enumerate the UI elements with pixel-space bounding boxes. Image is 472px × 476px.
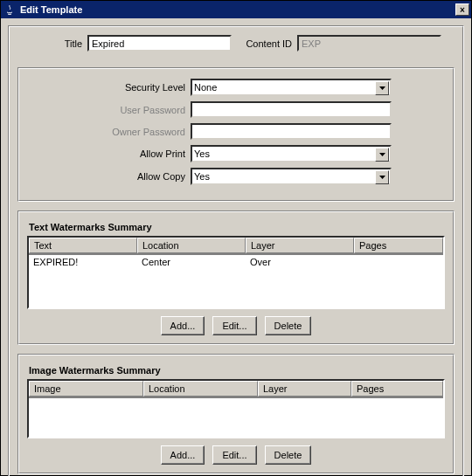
cell-location: Center <box>137 255 246 269</box>
image-watermarks-section: Image Watermarks Summary Image Location … <box>17 354 455 474</box>
contentid-input <box>297 35 441 52</box>
owner-password-input[interactable] <box>191 123 392 140</box>
allow-copy-select[interactable]: Yes <box>191 168 392 185</box>
contentid-label: Content ID <box>236 38 297 49</box>
allow-copy-value: Yes <box>194 171 210 182</box>
text-add-button[interactable]: Add... <box>161 316 205 335</box>
col-pages[interactable]: Pages <box>354 238 443 253</box>
col-text[interactable]: Text <box>29 238 137 253</box>
main-group: Title Content ID Security Level None <box>8 25 464 476</box>
allow-copy-label: Allow Copy <box>29 171 191 182</box>
security-group: Security Level None User Password Owner … <box>17 67 455 202</box>
image-watermarks-table: Image Location Layer Pages <box>27 379 445 438</box>
allow-print-value: Yes <box>194 148 210 159</box>
col-layer[interactable]: Layer <box>258 381 351 397</box>
cell-text: EXPIRED! <box>29 255 137 269</box>
title-label: Title <box>17 38 87 49</box>
col-layer[interactable]: Layer <box>246 238 354 253</box>
text-watermarks-heading: Text Watermarks Summary <box>29 222 445 232</box>
chevron-down-icon <box>375 170 389 184</box>
dialog-window: Edit Template × Title Content ID Securit… <box>0 0 472 476</box>
image-watermarks-heading: Image Watermarks Summary <box>29 365 445 376</box>
security-level-value: None <box>194 82 217 93</box>
table-header: Image Location Layer Pages <box>29 381 443 397</box>
java-icon <box>3 3 17 17</box>
text-delete-button[interactable]: Delete <box>265 316 312 335</box>
title-input[interactable] <box>87 35 232 52</box>
cell-pages <box>354 255 443 269</box>
text-edit-button[interactable]: Edit... <box>212 316 256 335</box>
text-watermarks-table: Text Location Layer Pages EXPIRED! Cente… <box>27 236 445 309</box>
titlebar: Edit Template × <box>1 1 471 18</box>
text-watermarks-section: Text Watermarks Summary Text Location La… <box>17 210 455 345</box>
dialog-content: Title Content ID Security Level None <box>1 18 471 476</box>
owner-password-label: Owner Password <box>29 127 191 137</box>
col-location[interactable]: Location <box>137 238 246 253</box>
image-delete-button[interactable]: Delete <box>265 445 312 465</box>
table-header: Text Location Layer Pages <box>29 238 443 253</box>
user-password-label: User Password <box>29 105 191 115</box>
user-password-input[interactable] <box>191 101 392 118</box>
close-icon[interactable]: × <box>455 3 469 16</box>
image-edit-button[interactable]: Edit... <box>212 445 256 465</box>
security-level-select[interactable]: None <box>191 79 392 96</box>
chevron-down-icon <box>375 81 389 95</box>
col-location[interactable]: Location <box>143 381 258 397</box>
chevron-down-icon <box>375 148 389 162</box>
allow-print-select[interactable]: Yes <box>191 145 392 162</box>
col-image[interactable]: Image <box>29 381 143 397</box>
image-add-button[interactable]: Add... <box>161 445 205 465</box>
allow-print-label: Allow Print <box>29 148 191 159</box>
security-level-label: Security Level <box>29 82 191 93</box>
cell-layer: Over <box>246 255 354 269</box>
window-title: Edit Template <box>20 4 455 15</box>
col-pages[interactable]: Pages <box>351 381 443 397</box>
table-row[interactable]: EXPIRED! Center Over <box>29 255 443 269</box>
